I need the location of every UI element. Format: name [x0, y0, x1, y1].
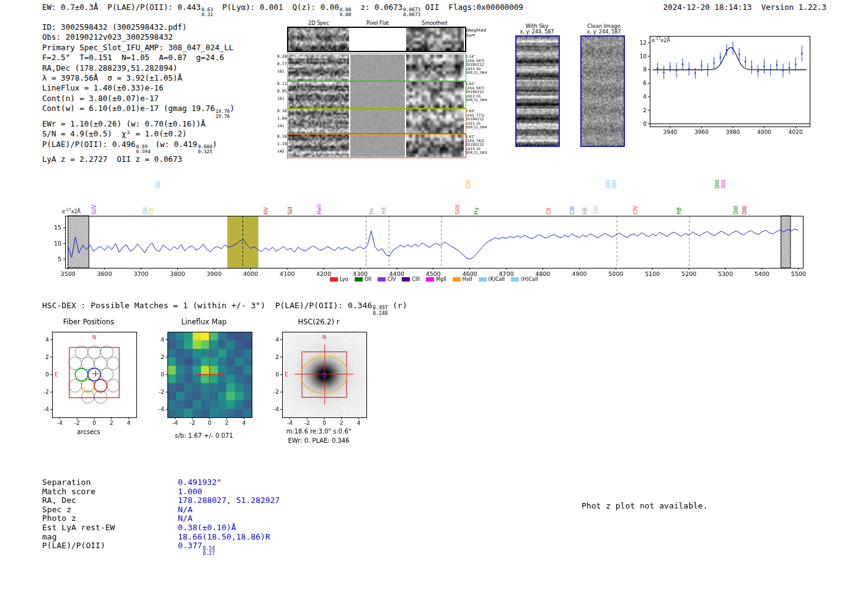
spec2d-right-label: v023_02	[466, 67, 481, 71]
table-row-value: 1.000	[178, 487, 202, 496]
text-segment: F=2.5" T=0.151 N=1.05 A=0.87 g=24.6	[42, 53, 224, 62]
montage-col-title-2dspec: 2D Spec	[308, 20, 329, 26]
text-segment: (r)	[388, 301, 407, 310]
spec2d-row-border	[287, 27, 466, 52]
info-line: P(LAE)/P(OII): 0.4960.690.394 (w: 0.4190…	[42, 140, 234, 155]
spec2d-right-label: (243, 771)	[466, 113, 484, 118]
spec2d-right-label: v023_01	[466, 147, 481, 151]
sup-sub-stack: 0.06730.0673	[403, 7, 420, 17]
spec2d-left-label: 161	[277, 69, 285, 74]
spec2d-right-label: (244, 587)	[466, 59, 484, 63]
sup-sub-stack: 0.540.27	[203, 546, 215, 557]
spec2d-right-label: 1.65"	[466, 109, 476, 113]
spectrum-legend: LyαOIICIVCIIIMgIIHeII(K)CaII(H)CaII	[285, 277, 583, 282]
spec2d-row-border	[287, 133, 466, 158]
spec2d-right-label: 1.41"	[466, 135, 476, 139]
text-segment: 0.377	[178, 541, 202, 550]
info-line: Cont(w) = 6.10(±0.01)e-17 (gmag 19.7619.…	[42, 104, 234, 119]
text-segment: z: 0.0673	[351, 2, 402, 12]
spectral-line-label: CIII	[465, 180, 472, 189]
table-row-label: Match score	[42, 487, 178, 497]
table-row-value: 178.288027, 51.282927	[178, 495, 280, 505]
info-line: S/N = 4.9(±0.5) χ² = 1.0(±0.2)	[42, 129, 234, 139]
spec2d-montage: 2D Spec Pixel Flat Smoothed WeightedSum0…	[277, 20, 494, 164]
info-line: λ = 3978.56Å σ = 3.92(±1.05)Å	[42, 73, 234, 83]
info-line: ID: 3002598432 (3002598432.pdf)	[42, 22, 234, 32]
legend-swatch	[479, 277, 487, 282]
text-segment: N/A	[178, 513, 192, 523]
text-segment: RA,Dec (178.288239,51.282894)	[42, 63, 177, 73]
spec2d-left-label: 161	[277, 97, 285, 101]
text-segment: N/A	[178, 505, 192, 514]
fiber-positions-title: Fiber Positions	[37, 318, 140, 326]
text-segment: OII Flags:0x00000009	[420, 2, 523, 12]
info-line: Cont(n) = 3.80(±0.07)e-17	[42, 94, 234, 104]
table-row: Photo zN/A	[42, 514, 280, 523]
hsc-dex-match-line: HSC-DEX : Possible Matches = 1 (within +…	[42, 301, 407, 316]
table-row-label: Photo z	[42, 514, 178, 523]
text-segment: Obs: 20190212v023_3002598432	[42, 32, 173, 42]
hsc-cutout-title: HSC(26.2) r	[267, 318, 370, 326]
sup-sub-stack: 0.6080.325	[198, 144, 212, 154]
legend-item: (H)CaII	[511, 277, 538, 282]
spectral-line-label: OIII	[611, 180, 618, 189]
elixer-report-page: EW: 0.7±0.3Å P(LAE)/P(OII): 0.4430.630.3…	[0, 0, 868, 591]
timestamp-version: 2024-12-20 18:14:13 Version 1.22.3	[663, 2, 826, 12]
legend-label: CIII	[412, 277, 420, 282]
legend-swatch	[330, 277, 338, 282]
match-table: Separation0.491932"Match score1.000RA, D…	[42, 478, 280, 556]
spec2d-row-border	[287, 81, 466, 109]
legend-swatch	[355, 277, 363, 282]
spectral-line-label: OII	[155, 181, 162, 189]
text-segment: P(Lyα): 0.001 Q(z): 0.00	[213, 2, 339, 12]
table-row-value: 18.66(18.50,18.86)R	[178, 532, 270, 541]
text-segment: 18.66(18.50,18.86)R	[178, 532, 270, 541]
legend-label: MgII	[436, 277, 446, 282]
text-segment: LineFlux = 1.40(±0.33)e-16	[42, 83, 164, 92]
spec2d-right-label: 308_LL_064	[466, 71, 487, 75]
table-row-label: mag	[42, 533, 178, 542]
sup-sub-stack: 0.630.31	[202, 7, 213, 17]
legend-swatch	[402, 277, 410, 282]
text-segment: Cont(w) = 6.10(±0.01)e-17 (gmag 19.76	[42, 104, 215, 113]
lineflux-map-plot	[153, 327, 255, 426]
text-segment: )	[212, 140, 217, 149]
text-segment: EW: 0.7±0.3Å P(LAE)/P(OII): 0.443	[42, 2, 201, 12]
hsc-caption-1: m:18.6 re:3.0" s:0.6"	[267, 428, 370, 435]
photz-note: Phot z plot not available.	[582, 501, 708, 510]
spec2d-right-label: 1.62"	[466, 82, 476, 86]
spec2d-left-label: 0.10	[277, 109, 287, 113]
legend-swatch	[378, 277, 386, 282]
spectral-line-label: OIII	[605, 180, 612, 189]
legend-swatch	[426, 277, 434, 282]
text-segment: 1.000	[178, 487, 202, 496]
spec2d-right-label: v023_01	[466, 122, 481, 126]
legend-label: Lyα	[340, 277, 348, 282]
text-segment: P(LAE)/P(OII): 0.496	[42, 140, 136, 149]
spec2d-left-label: 0.95	[277, 89, 287, 94]
spec2d-left-label: 0.11	[277, 82, 287, 86]
text-segment: 0.491932"	[178, 478, 221, 487]
spec2d-right-label: (244, 587)	[466, 86, 484, 91]
line-fit-plot	[625, 27, 822, 138]
spec2d-right-label: 0.24"	[466, 55, 476, 59]
fiber-positions-plot	[37, 327, 140, 426]
text-segment: Primary Spec_Slot_IFU_AMP: 308_047_024_L…	[42, 43, 234, 52]
spec2d-left-label: 0.10	[277, 135, 287, 139]
spec2d-right-label: (243, 762)	[466, 139, 484, 143]
spec2d-right-label: v023_01	[466, 94, 481, 99]
sup-sub-stack: 0.000.00	[340, 7, 352, 17]
text-segment: )	[230, 104, 235, 113]
table-row-value: 0.3770.540.27	[178, 541, 215, 550]
text-segment: ID: 3002598432 (3002598432.pdf)	[42, 22, 187, 32]
montage-col-title-pixelflat: Pixel Flat	[366, 20, 389, 26]
spectral-line-label: OIII	[714, 180, 721, 189]
legend-swatch	[453, 277, 461, 282]
lineflux-map-title: Lineflux Map	[153, 318, 255, 326]
sup-sub-stack: 19.7619.76	[215, 109, 229, 119]
legend-label: (K)CaII	[489, 277, 505, 282]
withsky-xy-label: x, y: 244, 587	[502, 29, 572, 35]
table-row: mag18.66(18.50,18.86)R	[42, 533, 280, 542]
spec2d-right-label: Weighted	[466, 28, 486, 33]
table-row-value: N/A	[178, 513, 192, 523]
